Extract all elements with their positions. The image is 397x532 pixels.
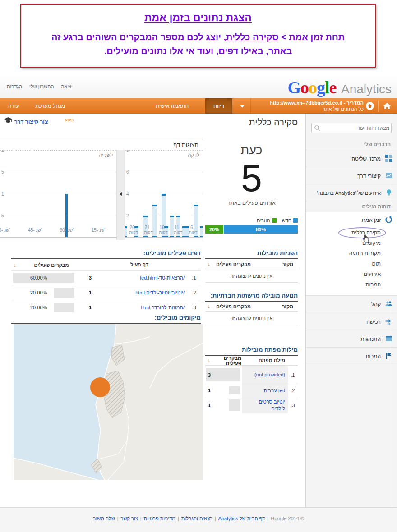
account-selector[interactable]: המדריך - http://www.xn--7dbbqer5d.co.il … — [252, 100, 364, 112]
pct-bar — [229, 399, 240, 411]
pct-bar — [206, 368, 240, 381]
visitor-count: 1 — [208, 388, 211, 393]
dashboards-grid-icon — [385, 155, 392, 164]
profile-switcher-icon[interactable] — [365, 101, 374, 110]
copyright: © Google 2014 — [271, 516, 304, 521]
chevron-down-icon — [240, 105, 245, 108]
top-referrals-header: מקור מבקרים פעילים ↓ — [205, 258, 298, 269]
sidebar-item-realtime-events[interactable]: אירועים — [306, 269, 397, 280]
pct-value: 20.00% — [30, 300, 47, 315]
main-nav-bar: עזרה מנהל מערכת התאמה אישית דיווח המדריך… — [0, 98, 397, 114]
footer: © Google 2014|דף הבית של Analytics|תנאים… — [0, 507, 397, 532]
sidebar-item-realtime-locations[interactable]: מיקומים — [306, 238, 397, 248]
visitor-count: 1 — [75, 290, 92, 295]
cursor-hand-icon — [362, 234, 370, 247]
sign-out-link[interactable]: יציאה — [61, 84, 73, 89]
page-link[interactable]: /תמונות-להורדה.html — [141, 305, 185, 310]
sidebar-item-realtime-content[interactable]: תוכן — [306, 259, 397, 269]
table-row: 3. יוטיוב סרטים לילדים 1 — [205, 397, 298, 413]
right-now-label: כעת — [205, 143, 298, 157]
footer-link-home[interactable]: דף הבית של Analytics — [218, 516, 265, 521]
nav-tab-customization[interactable]: התאמה אישית — [156, 98, 189, 114]
new-vs-returning-bar: 80% 20% — [205, 225, 298, 234]
top-keywords-header: מילת מפתח מבקרים פעילים ↓ — [205, 355, 298, 366]
legend-new-label: חדש — [282, 218, 291, 223]
sidebar-item-realtime[interactable]: זמן אמת — [306, 212, 397, 228]
report-sidebar: הדברים שלי מרכזי שליטה קיצורי דרך אירועי… — [305, 114, 397, 507]
visitor-count: 1 — [75, 305, 92, 310]
keyword-link[interactable]: ted עברית — [264, 387, 285, 394]
legend-returning-label: חוזרים — [257, 218, 270, 223]
pct-bar — [54, 303, 74, 312]
search-input[interactable] — [323, 123, 390, 133]
behavior-panel-icon — [385, 335, 392, 344]
sidebar-item-acquisition[interactable]: רכישה — [306, 313, 397, 330]
page-link[interactable]: /יוטיוב/יוטיוב-ילדים.html — [135, 290, 185, 295]
sidebar-item-realtime-traffic-sources[interactable]: מקורות תנועה — [306, 248, 397, 259]
returning-color-swatch — [272, 218, 277, 223]
per-second-label: לשנייה — [99, 152, 113, 158]
sidebar-item-audience[interactable]: קהל — [306, 296, 397, 313]
google-analytics-logo: Google Analytics — [288, 78, 392, 97]
top-pages-title: דפים פעילים מובילים: — [11, 250, 201, 258]
footer-link-terms[interactable]: תנאים והגבלות — [181, 516, 212, 521]
sidebar-item-intelligence-events[interactable]: אירועים של 'Analytics בתבונה' — [306, 184, 397, 201]
my-account-link[interactable]: החשבון שלי — [29, 84, 54, 89]
keyword-link[interactable]: יוטיוב סרטים לילדים — [245, 399, 285, 412]
sort-arrow-icon[interactable]: ↓ — [208, 358, 210, 364]
footer-link-privacy[interactable]: מדיניות פרטיות — [144, 516, 175, 521]
sidebar-item-behavior[interactable]: התנהגות — [306, 330, 397, 347]
returning-bar: 20% — [205, 225, 224, 234]
pageviews-charts: לשנייה 515260- שנ'45- שנ'30- שנ'15- שנ' … — [0, 150, 203, 240]
home-icon[interactable] — [383, 102, 391, 110]
sort-arrow-icon[interactable]: ↓ — [208, 303, 210, 310]
col-source: מקור — [282, 304, 298, 309]
visitor-count: 3 — [208, 372, 211, 378]
col-active-visitors: מבקרים פעילים — [216, 261, 251, 267]
col-keyword: מילת מפתח — [241, 356, 288, 365]
no-data-message: אין נתונים לתצוגה זו. — [205, 312, 298, 325]
col-active-visitors: מבקרים פעילים — [213, 355, 241, 366]
pct-bar — [54, 288, 74, 298]
page-link[interactable]: /הרצאות-טד-ted.html — [140, 275, 185, 280]
page: הצגת נתונים בזמן אמת תחת זמן אמת > סקירה… — [0, 0, 397, 532]
per-minute-label: לדקה — [188, 152, 199, 158]
create-shortcut-link[interactable]: צור קיצור דרך — [14, 119, 48, 125]
active-visitors-caption: אורחים פעילים באתר — [205, 200, 298, 206]
search-icon — [314, 125, 320, 133]
sidebar-item-shortcuts[interactable]: קיצורי דרך — [306, 167, 397, 184]
sidebar-item-realtime-conversions[interactable]: המרות — [306, 280, 397, 290]
top-referrals-title: הפניות מובילות — [205, 250, 298, 258]
top-pages-table: דפים פעילים מובילים: דף פעיל מבקרים פעיל… — [11, 250, 201, 315]
sidebar-item-realtime-overview[interactable]: סקירה כללית — [306, 228, 397, 238]
new-bar: 80% — [224, 225, 298, 234]
top-keywords-title: מילות מפתח מובילות — [205, 346, 298, 355]
my-stuff-label: הדברים שלי — [306, 142, 397, 147]
keyword-link[interactable]: (not provided) — [254, 371, 285, 378]
sidebar-item-dashboards[interactable]: מרכזי שליטה — [306, 150, 397, 167]
footer-link-feedback[interactable]: שלח משוב — [93, 516, 115, 521]
sidebar-item-conversions[interactable]: המרות — [306, 347, 397, 364]
chart-collapse-handle[interactable] — [116, 150, 125, 240]
realtime-section: זמן אמת סקירה כללית מיקומים מקורות תנועה… — [306, 212, 397, 296]
table-row: 2. /יוטיוב/יוטיוב-ילדים.html 1 20.00% — [11, 285, 201, 300]
sort-arrow-icon[interactable]: ↓ — [208, 261, 210, 267]
top-social-title: תנועה מובילה מרשתות חברתיות: — [205, 292, 298, 301]
nav-tab-admin[interactable]: מנהל מערכת — [35, 98, 65, 114]
sort-arrow-icon[interactable]: ↓ — [14, 259, 16, 271]
pct-value: 20.00% — [30, 285, 47, 300]
settings-link[interactable]: הגדרות — [7, 84, 22, 89]
visitor-count: 1 — [208, 403, 211, 408]
top-bar: הגדרות החשבון שלי יציאה Google Analytics — [0, 74, 397, 98]
footer-link-contact[interactable]: צור קשר — [121, 516, 138, 521]
account-title: המדריך - http://www.xn--7dbbqer5d.co.il — [252, 100, 364, 106]
visitor-type-legend: חדש חוזרים — [205, 218, 298, 223]
google-logo-text: Google — [288, 78, 337, 97]
nav-tab-reporting[interactable]: דיווח — [205, 98, 232, 114]
chevron-left-icon — [120, 192, 122, 196]
footer-links: © Google 2014|דף הבית של Analytics|תנאים… — [0, 516, 397, 521]
table-row: 1. (not provided) 3 — [205, 366, 298, 384]
pct-bar — [229, 386, 240, 394]
account-dropdown[interactable] — [233, 98, 251, 114]
nav-tab-help[interactable]: עזרה — [8, 98, 19, 114]
